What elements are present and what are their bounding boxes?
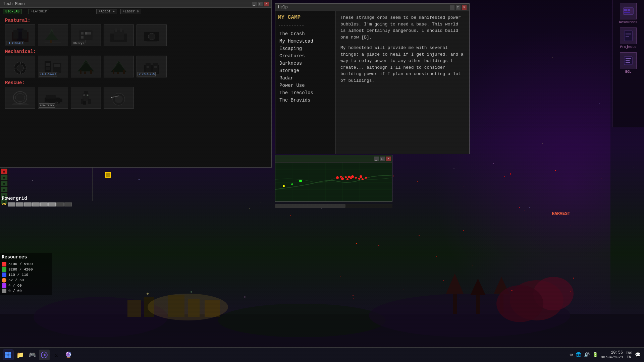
help-nav-crash[interactable]: The Crash bbox=[278, 30, 333, 38]
help-nav-homestead[interactable]: My Homestead bbox=[278, 38, 333, 45]
svg-rect-136 bbox=[626, 58, 631, 59]
help-close-button[interactable]: × bbox=[462, 5, 467, 10]
tech-item-m3[interactable] bbox=[71, 56, 101, 77]
svg-rect-137 bbox=[626, 60, 630, 61]
res-val-5: 4 / 60 bbox=[8, 284, 22, 288]
svg-rect-91 bbox=[88, 99, 91, 104]
tech-item-r3-icon bbox=[74, 89, 98, 106]
res-icon-2 bbox=[2, 267, 6, 272]
gamepad-button[interactable] bbox=[39, 350, 50, 360]
tech-item-m1[interactable] bbox=[5, 56, 35, 77]
pastural-section-header: Pastural: bbox=[2, 16, 270, 24]
help-nav-bravids[interactable]: The Bravids bbox=[278, 97, 333, 104]
svg-rect-71 bbox=[113, 70, 114, 74]
help-nav-trecolos[interactable]: The Trecolos bbox=[278, 89, 333, 97]
game-button[interactable]: 🎮 bbox=[27, 350, 38, 360]
tech-close-button[interactable]: × bbox=[264, 2, 269, 6]
tech-item-r2[interactable]: POD-TRACK bbox=[38, 87, 68, 109]
start-button[interactable] bbox=[3, 350, 13, 360]
tech-item-p2[interactable] bbox=[38, 24, 68, 46]
tech-minimize-button[interactable]: _ bbox=[252, 2, 257, 6]
help-minimize-button[interactable]: _ bbox=[450, 5, 454, 10]
side-icon-1[interactable]: ▣ bbox=[1, 169, 7, 174]
svg-rect-138 bbox=[626, 62, 630, 63]
tech-item-r3[interactable] bbox=[71, 87, 101, 109]
map-close-button[interactable]: × bbox=[386, 157, 391, 161]
res-row-4: 52 / 60 bbox=[2, 278, 50, 283]
side-icon-2[interactable]: ▣ bbox=[1, 175, 7, 180]
mechanical-section-header: Mechanical: bbox=[2, 47, 270, 55]
right-panel-projects[interactable]: Projects bbox=[620, 27, 637, 49]
res-row-3: 110 / 110 bbox=[2, 273, 50, 277]
svg-rect-139 bbox=[5, 352, 8, 355]
side-icon-3[interactable]: ▣ bbox=[1, 181, 7, 186]
tech-item-p1[interactable]: +1+2+3+4+5 bbox=[5, 24, 35, 46]
map-window-controls: _ □ × bbox=[374, 157, 391, 161]
resources-panel-icon bbox=[620, 3, 637, 19]
svg-point-12 bbox=[496, 285, 543, 322]
map-scrollbar[interactable] bbox=[275, 204, 392, 208]
svg-point-18 bbox=[148, 294, 228, 320]
res-val-6: 0 / 60 bbox=[8, 289, 22, 293]
right-panel-bol[interactable]: BOL bbox=[620, 52, 637, 74]
adapt-dropdown[interactable]: +Adapt ≈ bbox=[96, 9, 117, 14]
tech-item-p5[interactable] bbox=[137, 24, 167, 46]
tech-item-p4-icon bbox=[107, 27, 130, 44]
tech-menu-content: BIO-LAB +LATSHIP +Adapt ≈ +Laser ⊘ Pastu… bbox=[0, 8, 271, 167]
taskbar-lang: ENG bbox=[626, 351, 632, 355]
svg-marker-5 bbox=[446, 274, 464, 294]
tech-maximize-button[interactable]: □ bbox=[258, 2, 263, 6]
notifications-button[interactable]: 💬 bbox=[635, 352, 641, 358]
magic-button[interactable]: 🔮 bbox=[63, 350, 74, 360]
explorer-button[interactable]: 📁 bbox=[15, 350, 25, 360]
help-divider: ---------- bbox=[278, 23, 333, 28]
right-panel: Resources Projects BOL bbox=[612, 0, 644, 127]
help-paragraph-2: My homestead will provide me with severa… bbox=[340, 45, 465, 84]
tech-menu-title: Tech Menu bbox=[3, 2, 25, 6]
keyboard-icon: ⌨️ bbox=[570, 352, 573, 358]
help-nav-darkness[interactable]: Darkness bbox=[278, 60, 333, 67]
help-nav-storage[interactable]: Storage bbox=[278, 67, 333, 74]
tech-item-m2[interactable]: +1+2+3+4+5 bbox=[38, 56, 68, 77]
sword-button[interactable]: ⚔️ bbox=[51, 350, 62, 360]
resources-heading: Resources bbox=[2, 254, 50, 260]
help-maximize-button[interactable]: □ bbox=[456, 5, 461, 10]
svg-rect-89 bbox=[84, 91, 88, 94]
projects-panel-label: Projects bbox=[620, 45, 636, 49]
tech-item-m4[interactable] bbox=[104, 56, 134, 77]
right-panel-resources[interactable]: Resources bbox=[619, 3, 637, 24]
taskbar-time: 10:56 bbox=[611, 350, 623, 355]
help-nav-creatures[interactable]: Creatures bbox=[278, 52, 333, 60]
taskbar-right: ⌨️ 🌐 🔊 🔋 10:56 08/04/2023 ENG EN 💬 bbox=[567, 350, 644, 359]
svg-rect-141 bbox=[5, 355, 8, 358]
tech-badge-m2: +1+2+3+4+5 bbox=[39, 72, 57, 76]
svg-rect-67 bbox=[90, 70, 92, 74]
help-text-content: These strange orbs seem to be manifested… bbox=[336, 11, 469, 154]
svg-rect-38 bbox=[81, 36, 84, 39]
laser-dropdown[interactable]: +Laser ⊘ bbox=[120, 9, 141, 14]
powergrid-bar: Powergrid 25 bbox=[2, 196, 72, 206]
map-scrollbar-thumb[interactable] bbox=[275, 204, 345, 208]
help-nav-poweruse[interactable]: Power Use bbox=[278, 82, 333, 89]
tech-item-r4[interactable] bbox=[104, 87, 134, 109]
svg-rect-40 bbox=[88, 32, 91, 35]
tech-item-p3[interactable]: +Berry▾ bbox=[71, 24, 101, 46]
help-nav-radar[interactable]: Radar bbox=[278, 74, 333, 82]
tech-item-m5[interactable]: +1+2+3+4+5 bbox=[137, 56, 167, 77]
power-dot-4 bbox=[32, 202, 40, 206]
help-navigation: MY CAMP ---------- The Crash My Homestea… bbox=[275, 11, 336, 154]
side-icon-4[interactable]: ▣ bbox=[1, 187, 7, 192]
help-nav-escaping[interactable]: Escaping bbox=[278, 45, 333, 52]
svg-point-126 bbox=[365, 177, 367, 179]
map-minimize-button[interactable]: _ bbox=[374, 157, 379, 161]
taskbar: 📁 🎮 ⚔️ 🔮 ⌨️ 🌐 🔊 🔋 10:56 08/04/2023 ENG E… bbox=[0, 347, 644, 362]
powergrid-label: Powergrid bbox=[2, 196, 72, 201]
tech-item-r1[interactable] bbox=[5, 87, 35, 109]
svg-rect-92 bbox=[83, 101, 86, 105]
tech-item-p4[interactable] bbox=[104, 24, 134, 46]
svg-point-61 bbox=[57, 72, 59, 74]
map-maximize-button[interactable]: □ bbox=[380, 157, 385, 161]
berry-dropdown[interactable]: +Berry▾ bbox=[72, 41, 85, 45]
help-paragraph-1: These strange orbs seem to be manifested… bbox=[340, 14, 465, 41]
help-titlebar: Help _ □ × bbox=[275, 4, 469, 11]
